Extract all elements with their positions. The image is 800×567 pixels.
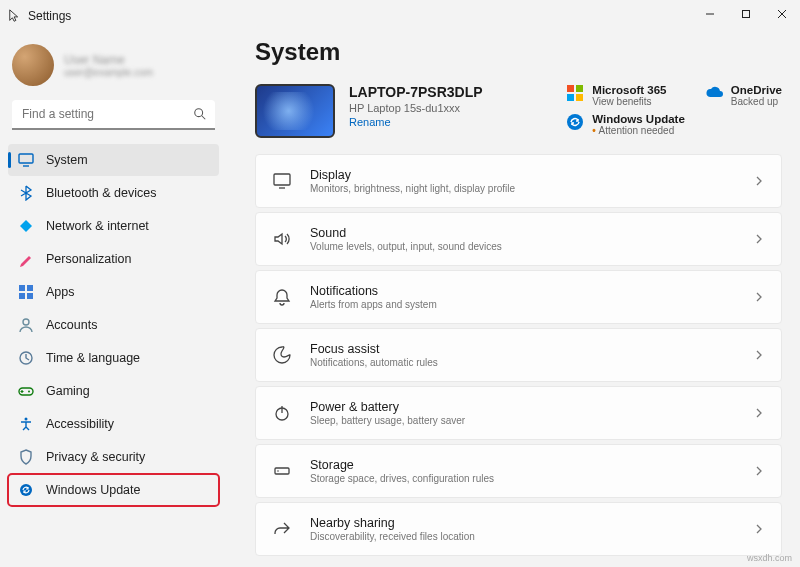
promo-update[interactable]: Windows UpdateAttention needed xyxy=(566,113,685,136)
window-title: Settings xyxy=(28,9,71,23)
time-icon xyxy=(18,350,34,366)
sidebar-item-update[interactable]: Windows Update xyxy=(8,474,219,506)
apps-icon xyxy=(18,284,34,300)
sidebar-item-label: Time & language xyxy=(46,351,140,365)
promo-title: OneDrive xyxy=(731,84,782,96)
card-sub: Monitors, brightness, night light, displ… xyxy=(310,183,753,194)
promo-title: Microsoft 365 xyxy=(592,84,666,96)
sidebar-item-time[interactable]: Time & language xyxy=(8,342,219,374)
watermark: wsxdh.com xyxy=(747,553,792,563)
sidebar-item-label: Accessibility xyxy=(46,417,114,431)
card-sub: Alerts from apps and system xyxy=(310,299,753,310)
rename-link[interactable]: Rename xyxy=(349,116,483,128)
search-icon xyxy=(193,107,207,121)
promo-grid: Microsoft 365View benefitsOneDriveBacked… xyxy=(566,84,782,136)
card-title: Power & battery xyxy=(310,400,753,414)
search-box[interactable] xyxy=(12,100,215,130)
svg-rect-21 xyxy=(576,94,583,101)
sidebar-item-accessibility[interactable]: Accessibility xyxy=(8,408,219,440)
onedrive-icon xyxy=(705,84,723,102)
chevron-right-icon xyxy=(753,407,765,419)
card-title: Focus assist xyxy=(310,342,753,356)
chevron-right-icon xyxy=(753,465,765,477)
gaming-icon xyxy=(18,383,34,399)
notifications-icon xyxy=(272,287,292,307)
network-icon xyxy=(18,218,34,234)
close-button[interactable] xyxy=(764,0,800,28)
svg-point-4 xyxy=(195,109,203,117)
svg-point-16 xyxy=(25,418,28,421)
maximize-button[interactable] xyxy=(728,0,764,28)
svg-point-15 xyxy=(28,391,30,393)
sidebar-item-bluetooth[interactable]: Bluetooth & devices xyxy=(8,177,219,209)
svg-rect-18 xyxy=(567,85,574,92)
search-input[interactable] xyxy=(12,100,215,130)
share-icon xyxy=(272,519,292,539)
card-sub: Sleep, battery usage, battery saver xyxy=(310,415,753,426)
device-image xyxy=(255,84,335,138)
svg-point-17 xyxy=(20,484,32,496)
sidebar-item-network[interactable]: Network & internet xyxy=(8,210,219,242)
card-title: Sound xyxy=(310,226,753,240)
svg-rect-9 xyxy=(27,285,33,291)
window-controls xyxy=(692,0,800,28)
card-share[interactable]: Nearby sharingDiscoverability, received … xyxy=(255,502,782,556)
card-notifications[interactable]: NotificationsAlerts from apps and system xyxy=(255,270,782,324)
sidebar-item-privacy[interactable]: Privacy & security xyxy=(8,441,219,473)
promo-ms365[interactable]: Microsoft 365View benefits xyxy=(566,84,685,107)
card-sub: Storage space, drives, configuration rul… xyxy=(310,473,753,484)
card-power[interactable]: Power & batterySleep, battery usage, bat… xyxy=(255,386,782,440)
sidebar-item-label: Bluetooth & devices xyxy=(46,186,157,200)
sidebar-item-personalization[interactable]: Personalization xyxy=(8,243,219,275)
sidebar-item-accounts[interactable]: Accounts xyxy=(8,309,219,341)
sidebar-item-label: Personalization xyxy=(46,252,131,266)
svg-point-22 xyxy=(567,114,583,130)
main-content: System LAPTOP-7PSR3DLP HP Laptop 15s-du1… xyxy=(225,32,800,567)
sidebar-item-label: Windows Update xyxy=(46,483,141,497)
svg-rect-10 xyxy=(19,293,25,299)
card-title: Storage xyxy=(310,458,753,472)
svg-rect-20 xyxy=(567,94,574,101)
card-sound[interactable]: SoundVolume levels, output, input, sound… xyxy=(255,212,782,266)
device-row: LAPTOP-7PSR3DLP HP Laptop 15s-du1xxx Ren… xyxy=(255,84,782,138)
chevron-right-icon xyxy=(753,349,765,361)
profile-name: User Name xyxy=(64,53,153,67)
chevron-right-icon xyxy=(753,523,765,535)
focus-icon xyxy=(272,345,292,365)
svg-point-12 xyxy=(23,319,29,325)
device-model: HP Laptop 15s-du1xxx xyxy=(349,102,483,114)
bluetooth-icon xyxy=(18,185,34,201)
system-icon xyxy=(18,152,34,168)
display-icon xyxy=(272,171,292,191)
sidebar-item-system[interactable]: System xyxy=(8,144,219,176)
accessibility-icon xyxy=(18,416,34,432)
settings-cards: DisplayMonitors, brightness, night light… xyxy=(255,154,782,556)
card-display[interactable]: DisplayMonitors, brightness, night light… xyxy=(255,154,782,208)
promo-onedrive[interactable]: OneDriveBacked up xyxy=(705,84,782,107)
card-title: Notifications xyxy=(310,284,753,298)
power-icon xyxy=(272,403,292,423)
svg-line-5 xyxy=(202,116,206,120)
svg-rect-8 xyxy=(19,285,25,291)
promo-sub: View benefits xyxy=(592,96,666,107)
privacy-icon xyxy=(18,449,34,465)
svg-rect-6 xyxy=(19,154,33,163)
nav-list: SystemBluetooth & devicesNetwork & inter… xyxy=(8,144,219,506)
device-card[interactable]: LAPTOP-7PSR3DLP HP Laptop 15s-du1xxx Ren… xyxy=(255,84,548,138)
sidebar-item-apps[interactable]: Apps xyxy=(8,276,219,308)
profile[interactable]: User Name user@example.com xyxy=(8,40,219,100)
avatar xyxy=(12,44,54,86)
chevron-right-icon xyxy=(753,175,765,187)
card-storage[interactable]: StorageStorage space, drives, configurat… xyxy=(255,444,782,498)
chevron-right-icon xyxy=(753,291,765,303)
card-title: Display xyxy=(310,168,753,182)
card-focus[interactable]: Focus assistNotifications, automatic rul… xyxy=(255,328,782,382)
sidebar-item-gaming[interactable]: Gaming xyxy=(8,375,219,407)
card-title: Nearby sharing xyxy=(310,516,753,530)
sidebar-item-label: System xyxy=(46,153,88,167)
minimize-button[interactable] xyxy=(692,0,728,28)
sound-icon xyxy=(272,229,292,249)
cursor-icon xyxy=(8,9,22,23)
card-sub: Discoverability, received files location xyxy=(310,531,753,542)
promo-sub: Attention needed xyxy=(592,125,685,136)
